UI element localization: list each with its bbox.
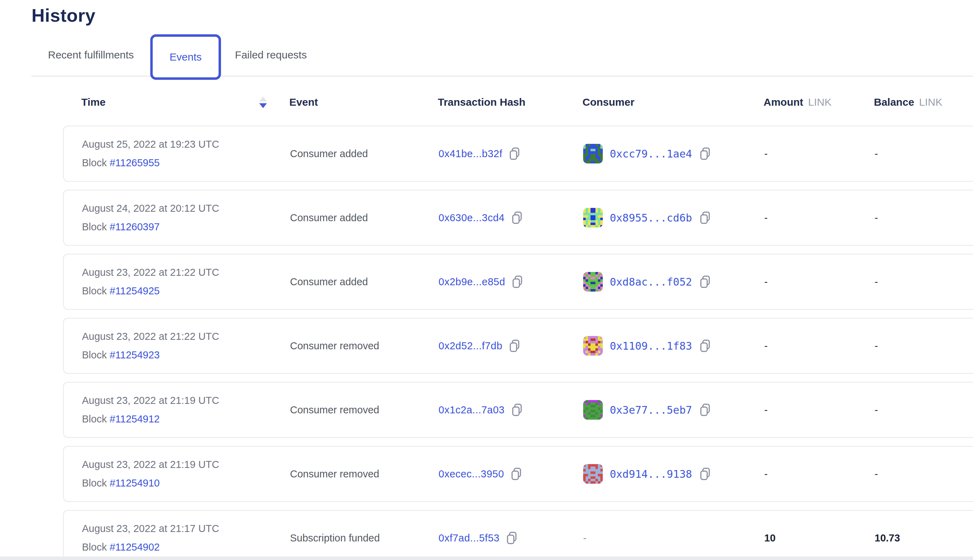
block-number-link[interactable]: #11254910 [110, 477, 160, 488]
event-timestamp: August 23, 2022 at 21:19 UTC [82, 395, 290, 407]
copy-icon [508, 147, 520, 160]
balance-value: - [874, 148, 973, 160]
tab-label: Events [169, 51, 202, 63]
consumer-address-link[interactable]: 0xd914...9138 [610, 468, 692, 480]
consumer-cell: 0x8955...cd6b [583, 208, 764, 228]
copy-tx-hash-button[interactable] [508, 147, 520, 160]
transaction-hash-link[interactable]: 0xf7ad...5f53 [438, 532, 500, 544]
consumer-cell: - [583, 532, 764, 544]
copy-tx-hash-button[interactable] [511, 403, 523, 417]
block-line: Block #11254925 [82, 285, 290, 297]
block-label: Block [82, 542, 110, 553]
column-header-transaction-hash: Transaction Hash [438, 96, 582, 108]
copy-icon [699, 211, 711, 224]
consumer-address-link[interactable]: 0xcc79...1ae4 [610, 148, 692, 160]
transaction-hash-cell: 0x2b9e...e85d [438, 275, 583, 288]
column-unit-label: LINK [808, 96, 831, 108]
copy-icon [699, 403, 711, 417]
transaction-hash-link[interactable]: 0x2d52...f7db [438, 340, 502, 352]
table-row: August 23, 2022 at 21:19 UTC Block #1125… [63, 382, 973, 438]
consumer-identicon [583, 336, 603, 356]
time-cell: August 23, 2022 at 21:19 UTC Block #1125… [82, 459, 290, 489]
tab-recent-fulfillments[interactable]: Recent fulfillments [48, 49, 134, 61]
amount-value: - [764, 148, 874, 160]
copy-tx-hash-button[interactable] [512, 275, 523, 288]
event-type: Subscription funded [290, 532, 438, 544]
copy-consumer-address-button[interactable] [699, 275, 711, 288]
table-row: August 23, 2022 at 21:17 UTC Block #1125… [63, 510, 973, 560]
time-cell: August 23, 2022 at 21:17 UTC Block #1125… [82, 523, 290, 553]
copy-tx-hash-button[interactable] [511, 211, 523, 224]
copy-icon [699, 339, 711, 352]
copy-tx-hash-button[interactable] [506, 531, 518, 545]
consumer-address-link[interactable]: 0x8955...cd6b [610, 212, 692, 224]
copy-icon [510, 467, 522, 480]
transaction-hash-cell: 0x630e...3cd4 [438, 211, 583, 224]
block-number-link[interactable]: #11254925 [110, 285, 160, 297]
balance-value: - [874, 468, 973, 480]
column-header-balance: BalanceLINK [874, 96, 973, 108]
block-number-link[interactable]: #11254912 [110, 413, 160, 425]
balance-value: - [874, 340, 973, 352]
sort-toggle-icon[interactable] [259, 96, 267, 108]
copy-icon [512, 275, 523, 288]
copy-consumer-address-button[interactable] [699, 403, 711, 417]
block-label: Block [82, 285, 110, 297]
tab-events[interactable]: Events [150, 34, 221, 80]
transaction-hash-cell: 0xf7ad...5f53 [438, 531, 583, 545]
block-number-link[interactable]: #11265955 [110, 157, 160, 168]
transaction-hash-link[interactable]: 0x2b9e...e85d [438, 276, 505, 288]
column-header-time: Time [81, 96, 289, 108]
copy-consumer-address-button[interactable] [699, 467, 711, 480]
copy-consumer-address-button[interactable] [699, 147, 711, 160]
column-label: Event [289, 96, 318, 108]
column-label: Transaction Hash [438, 96, 525, 108]
table-row: August 23, 2022 at 21:19 UTC Block #1125… [63, 446, 973, 502]
consumer-identicon [583, 144, 603, 163]
amount-value: - [764, 212, 874, 223]
transaction-hash-cell: 0x1c2a...7a03 [438, 403, 583, 417]
block-number-link[interactable]: #11254902 [110, 542, 160, 553]
copy-consumer-address-button[interactable] [699, 339, 711, 352]
copy-consumer-address-button[interactable] [699, 211, 711, 224]
consumer-address-link[interactable]: 0xd8ac...f052 [610, 276, 692, 288]
column-header-amount: AmountLINK [764, 96, 874, 108]
block-line: Block #11254912 [82, 413, 290, 425]
consumer-identicon [583, 464, 603, 484]
time-cell: August 23, 2022 at 21:22 UTC Block #1125… [82, 267, 290, 297]
column-header-event: Event [289, 96, 438, 108]
transaction-hash-link[interactable]: 0xecec...3950 [438, 468, 504, 480]
history-page: History Recent fulfillmentsEventsFailed … [0, 0, 973, 560]
consumer-address-link[interactable]: 0x1109...1f83 [610, 340, 692, 352]
consumer-identicon [583, 400, 603, 420]
copy-icon [699, 147, 711, 160]
block-number-link[interactable]: #11260397 [110, 221, 160, 232]
amount-value: - [764, 340, 874, 352]
event-type: Consumer added [290, 148, 438, 160]
transaction-hash-link[interactable]: 0x630e...3cd4 [438, 212, 505, 223]
column-label: Balance [874, 96, 914, 108]
consumer-identicon [583, 272, 603, 292]
transaction-hash-link[interactable]: 0x41be...b32f [438, 148, 502, 160]
copy-icon [506, 531, 518, 545]
copy-icon [699, 275, 711, 288]
amount-value: - [764, 404, 874, 416]
transaction-hash-link[interactable]: 0x1c2a...7a03 [438, 404, 505, 416]
block-number-link[interactable]: #11254923 [110, 349, 160, 360]
consumer-empty-dash: - [583, 532, 587, 544]
block-label: Block [82, 221, 110, 232]
copy-tx-hash-button[interactable] [510, 467, 522, 480]
consumer-cell: 0xd914...9138 [583, 464, 764, 484]
table-header: TimeEventTransaction HashConsumerAmountL… [32, 77, 973, 126]
consumer-address-link[interactable]: 0x3e77...5eb7 [610, 404, 692, 416]
event-type: Consumer removed [290, 340, 438, 352]
tab-failed-requests[interactable]: Failed requests [235, 49, 307, 61]
time-cell: August 25, 2022 at 19:23 UTC Block #1126… [82, 138, 290, 169]
event-type: Consumer added [290, 276, 438, 288]
transaction-hash-cell: 0x41be...b32f [438, 147, 583, 160]
event-timestamp: August 23, 2022 at 21:22 UTC [82, 267, 290, 278]
transaction-hash-cell: 0xecec...3950 [438, 467, 583, 480]
copy-icon [511, 211, 523, 224]
copy-tx-hash-button[interactable] [508, 339, 520, 352]
events-table: August 25, 2022 at 19:23 UTC Block #1126… [32, 126, 973, 560]
